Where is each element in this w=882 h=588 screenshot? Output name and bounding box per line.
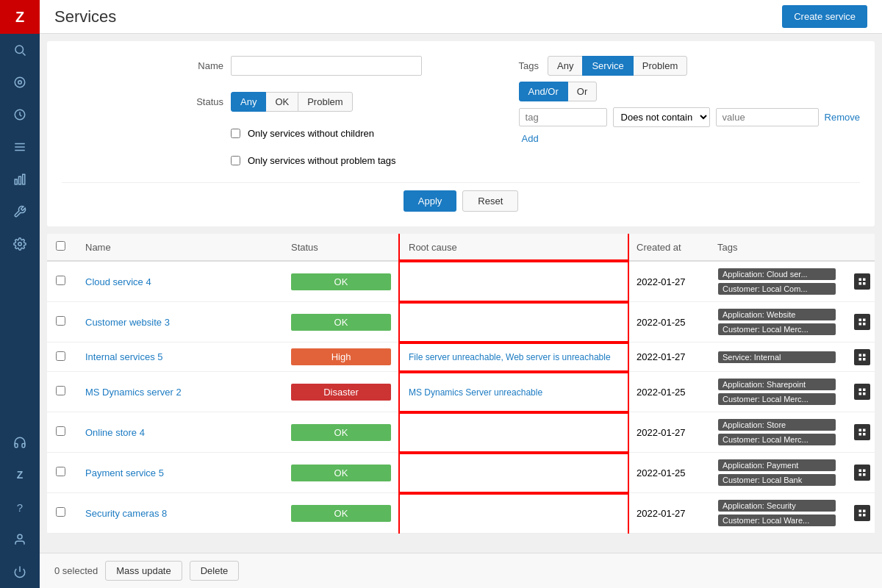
row-checkbox[interactable] [56, 467, 65, 476]
row-action-button[interactable] [854, 349, 870, 365]
tag-condition-select[interactable]: Does not contain Contains Equals Does no… [613, 107, 710, 127]
row-checkbox[interactable] [56, 316, 65, 326]
name-input[interactable] [231, 56, 422, 76]
sidebar: Z Z ? [0, 0, 40, 588]
service-name-link[interactable]: MS Dynamics server 2 [85, 387, 182, 398]
row-action-button[interactable] [854, 505, 870, 521]
tags-service-button[interactable]: Service [582, 56, 633, 76]
tag-badge: Customer: Local Merc... [718, 393, 836, 405]
svg-rect-8 [15, 179, 17, 184]
tag-value-input[interactable] [716, 108, 819, 126]
sidebar-headset-icon[interactable] [0, 426, 40, 459]
tags-any-button[interactable]: Any [548, 56, 583, 76]
status-badge: OK [291, 505, 391, 522]
page-title: Services [54, 7, 116, 26]
andor-button[interactable]: And/Or [519, 82, 568, 101]
tags-cell: Application: StoreCustomer: Local Merc..… [709, 412, 845, 453]
status-badge: OK [291, 273, 391, 290]
mass-update-button[interactable]: Mass update [105, 561, 182, 581]
table-row: Internal services 5HighFile server unrea… [47, 343, 875, 372]
root-cause-link[interactable]: File server unreachable, Web server is u… [409, 352, 611, 362]
status-badge: OK [291, 314, 391, 331]
tags-label: Tags [519, 60, 539, 71]
status-ok-button[interactable]: OK [265, 92, 298, 112]
sidebar-wrench-icon[interactable] [0, 196, 40, 228]
service-name-link[interactable]: Payment service 5 [85, 467, 164, 478]
status-badge: High [291, 348, 391, 365]
row-action-button[interactable] [854, 424, 870, 440]
tag-badge: Application: Store [718, 419, 836, 431]
delete-button[interactable]: Delete [190, 561, 240, 581]
name-label: Name [62, 60, 223, 71]
sidebar-user-icon[interactable] [0, 523, 40, 556]
table-row: Security cameras 8OK2022-01-27Applicatio… [47, 493, 875, 534]
select-all-checkbox[interactable] [56, 241, 65, 251]
tag-badge: Application: Payment [718, 459, 836, 471]
svg-point-3 [18, 81, 22, 85]
svg-rect-40 [863, 514, 866, 517]
table-header-row: Name Status Root cause Created at Tags [47, 234, 875, 261]
tag-remove-link[interactable]: Remove [825, 112, 860, 123]
service-name-link[interactable]: Security cameras 8 [85, 508, 167, 519]
row-action-button[interactable] [854, 314, 870, 330]
only-without-children-checkbox[interactable] [231, 129, 240, 138]
selected-count: 0 selected [54, 565, 98, 576]
row-checkbox[interactable] [56, 276, 65, 285]
sidebar-list-icon[interactable] [0, 131, 40, 163]
col-header-created: Created at [628, 234, 709, 261]
tag-badge: Customer: Local Ware... [718, 514, 836, 526]
sidebar-gear-icon[interactable] [0, 228, 40, 260]
tags-problem-button[interactable]: Problem [633, 56, 687, 76]
only-without-problem-tags-checkbox[interactable] [231, 156, 240, 165]
create-service-button[interactable]: Create service [782, 5, 867, 28]
sidebar-chart-icon[interactable] [0, 163, 40, 196]
filter-panel: Name Status Any OK Problem [47, 41, 875, 226]
sidebar-monitoring-icon[interactable] [0, 66, 40, 98]
root-cause-link[interactable]: MS Dynamics Server unreachable [409, 387, 542, 398]
tags-cell: Service: Internal [709, 343, 845, 372]
sidebar-recent-icon[interactable] [0, 98, 40, 131]
svg-rect-15 [863, 279, 866, 282]
svg-rect-21 [859, 323, 862, 326]
tag-badge: Customer: Local Merc... [718, 434, 836, 445]
svg-rect-30 [859, 429, 862, 432]
service-name-link[interactable]: Customer website 3 [85, 317, 170, 328]
table-row: Payment service 5OK2022-01-25Application… [47, 453, 875, 493]
row-action-button[interactable] [854, 384, 870, 400]
service-name-link[interactable]: Internal services 5 [85, 351, 163, 362]
status-badge: OK [291, 424, 391, 441]
tag-badge: Service: Internal [718, 351, 836, 363]
main-content: Services Create service Name Status Any [40, 0, 882, 588]
service-name-link[interactable]: Cloud service 4 [85, 276, 151, 287]
sidebar-search-icon[interactable] [0, 34, 40, 66]
apply-button[interactable]: Apply [404, 190, 457, 212]
reset-button[interactable]: Reset [462, 190, 518, 212]
row-action-button[interactable] [854, 273, 870, 290]
sidebar-power-icon[interactable] [0, 556, 40, 588]
col-header-tags: Tags [709, 234, 845, 261]
table-row: MS Dynamics server 2DisasterMS Dynamics … [47, 372, 875, 412]
svg-rect-37 [859, 473, 862, 476]
logo-button[interactable]: Z [0, 0, 40, 34]
svg-rect-38 [859, 510, 862, 513]
or-button[interactable]: Or [567, 82, 597, 101]
row-checkbox[interactable] [56, 426, 65, 436]
tag-add-link[interactable]: Add [522, 133, 539, 144]
tags-cell: Application: WebsiteCustomer: Local Merc… [709, 302, 845, 343]
tag-name-input[interactable] [519, 108, 607, 126]
svg-rect-29 [859, 392, 862, 395]
row-checkbox[interactable] [56, 386, 65, 395]
row-checkbox[interactable] [56, 351, 65, 361]
content-area: Name Status Any OK Problem [40, 34, 882, 553]
row-action-button[interactable] [854, 465, 870, 481]
sidebar-zabbix-icon[interactable]: Z [0, 459, 40, 491]
svg-rect-36 [863, 473, 866, 476]
status-any-button[interactable]: Any [231, 92, 266, 112]
status-toggle-group: Any OK Problem [231, 92, 353, 112]
sidebar-help-icon[interactable]: ? [0, 491, 40, 523]
service-name-link[interactable]: Online store 4 [85, 427, 145, 438]
svg-rect-22 [859, 354, 862, 356]
row-checkbox[interactable] [56, 507, 65, 517]
status-problem-button[interactable]: Problem [298, 92, 352, 112]
tag-badge: Application: Cloud ser... [718, 268, 836, 280]
